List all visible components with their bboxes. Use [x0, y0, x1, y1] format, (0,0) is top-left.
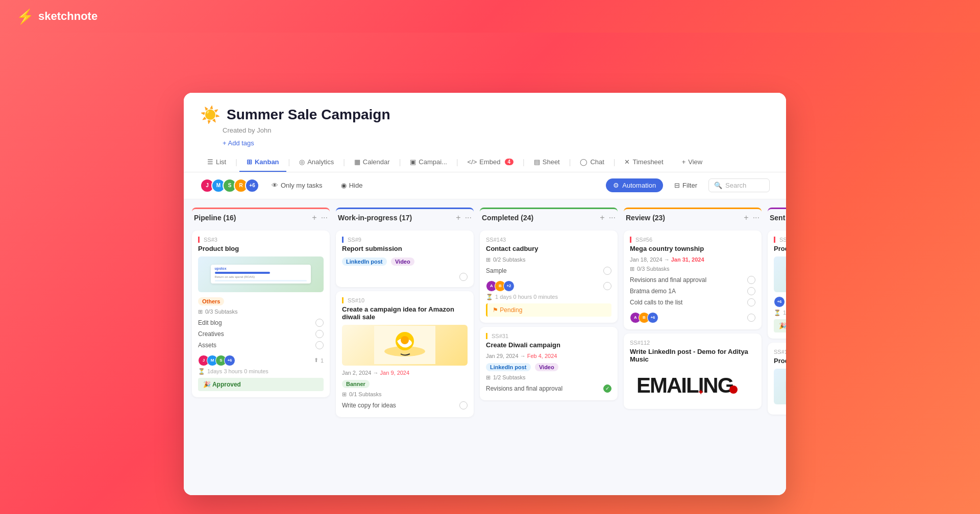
- tab-view[interactable]: + View: [675, 153, 710, 172]
- wip-add-button[interactable]: +: [456, 213, 460, 222]
- filter-button[interactable]: ⊟ Filter: [669, 178, 702, 192]
- task-sample: Sample: [486, 265, 611, 276]
- sep2: |: [286, 158, 292, 166]
- card-ss31[interactable]: SS#31 Create Diwali campaign Jan 29, 202…: [480, 327, 618, 400]
- column-review-header: Review (23) + ···: [624, 209, 762, 226]
- card-title-ss112: Write LinkedIn post - Demo for Aditya Mu…: [630, 348, 755, 363]
- column-pipeline-title: Pipeline (16): [194, 214, 236, 222]
- sep7: |: [567, 158, 573, 166]
- card-ss10[interactable]: SS#10 Create a campaign idea for Amazon …: [336, 291, 474, 417]
- checkbox-edit-blog[interactable]: [315, 319, 324, 327]
- sep6: |: [521, 158, 527, 166]
- tab-timesheet[interactable]: ✕ Timesheet: [617, 153, 670, 172]
- sep4: |: [397, 158, 403, 166]
- status-pending-ss143: ⚑ Pending: [486, 303, 611, 317]
- search-bar[interactable]: 🔍 Search: [708, 178, 770, 192]
- kanban-board: Pipeline (16) + ··· SS#3 Product blog up…: [184, 199, 786, 495]
- search-placeholder: Search: [725, 182, 746, 189]
- sep8: |: [611, 158, 618, 166]
- tab-kanban[interactable]: ⊞ Kanban: [239, 153, 286, 172]
- avatar-s1: +6: [774, 296, 785, 307]
- card-ss9[interactable]: SS#9 Report submission LinkedIn post Vid…: [336, 230, 474, 287]
- tab-chat[interactable]: ◯ Chat: [573, 153, 611, 172]
- card-ss143[interactable]: SS#143 Contact cadbury ⊞0/2 Subtasks Sam…: [480, 230, 618, 323]
- date-range-ss56: Jan 18, 2024 → Jan 31, 2024: [630, 256, 755, 263]
- tag-banner-ss10: Banner: [342, 380, 370, 388]
- card-image-ss195: upstox: [774, 369, 786, 404]
- tab-campaign[interactable]: ▣ Campai...: [403, 153, 454, 172]
- timesheet-icon: ✕: [624, 158, 630, 166]
- card-ss3[interactable]: SS#3 Product blog upstox Return on ads s…: [192, 230, 330, 397]
- card-title-ss10: Create a campaign idea for Amazon diwali…: [342, 305, 468, 321]
- card-title-ss195: Product blog: [774, 357, 786, 365]
- project-title-row: ☀️ Summer Sale Campaign: [200, 105, 770, 124]
- checkbox-revisions-ss31[interactable]: ✓: [603, 384, 611, 393]
- wip-actions: + ···: [456, 213, 472, 222]
- checkbox-ss9[interactable]: [459, 273, 468, 281]
- amazon-illustration: [342, 325, 468, 366]
- wip-more-button[interactable]: ···: [465, 213, 472, 222]
- tab-embed[interactable]: </> Embed 4: [460, 153, 521, 172]
- card-avatars-ss3: J M S +6: [198, 355, 235, 366]
- task-revisions-ss56: Revisions and final approval: [630, 274, 755, 286]
- status-approved-ss3: 🎉 Approved: [198, 378, 324, 391]
- tab-list[interactable]: ☰ List: [200, 153, 233, 172]
- emailing-image-ss112: EMAILING ✦: [630, 367, 755, 403]
- tab-analytics[interactable]: ◎ Analytics: [292, 153, 341, 172]
- checkbox-cold-calls[interactable]: [747, 298, 755, 306]
- task-revisions-ss31: Revisions and final approval ✓: [486, 383, 611, 394]
- task-creatives: Creatives: [198, 328, 324, 340]
- svg-text:✦: ✦: [698, 388, 704, 396]
- review-more-button[interactable]: ···: [753, 213, 760, 222]
- hide-icon: ◉: [341, 182, 347, 189]
- checkbox-bratma[interactable]: [747, 287, 755, 295]
- card-ss56[interactable]: SS#56 Mega country township Jan 18, 2024…: [624, 230, 762, 329]
- column-review: Review (23) + ··· SS#56 Mega country tow…: [624, 208, 762, 487]
- card-ss188[interactable]: SS#188 Product blog upstox Return on ads…: [768, 230, 786, 339]
- pipeline-add-button[interactable]: +: [312, 213, 316, 222]
- embed-badge: 4: [505, 159, 514, 165]
- checkbox-footer-ss56[interactable]: [747, 314, 755, 322]
- checkbox-write-copy[interactable]: [459, 401, 468, 409]
- card-id-ss10: SS#10: [342, 297, 468, 303]
- card-id-ss195: SS#195: [774, 349, 786, 355]
- checkbox-ss143[interactable]: [603, 282, 611, 290]
- tab-chat-label: Chat: [590, 158, 604, 166]
- avatar-r3: +6: [647, 312, 658, 323]
- app-header: ⚡ sketchnote: [0, 0, 980, 33]
- calendar-icon: ▦: [354, 158, 360, 166]
- pipeline-more-button[interactable]: ···: [321, 213, 328, 222]
- card-title-ss9: Report submission: [342, 245, 468, 252]
- filter-label: Filter: [682, 182, 697, 189]
- avatar-count: +6: [245, 178, 259, 193]
- hide-button[interactable]: ◉ Hide: [335, 178, 369, 192]
- column-pipeline: Pipeline (16) + ··· SS#3 Product blog up…: [192, 208, 330, 487]
- completed-add-button[interactable]: +: [600, 213, 604, 222]
- column-sent-header: Sent to clien... + ···: [768, 209, 786, 226]
- tab-calendar[interactable]: ▦ Calendar: [347, 153, 397, 172]
- logo-icon: ⚡: [16, 8, 34, 25]
- eye-icon: 👁: [272, 182, 278, 189]
- add-tags-link[interactable]: + Add tags: [223, 139, 254, 147]
- card-ss112[interactable]: SS#112 Write LinkedIn post - Demo for Ad…: [624, 333, 762, 409]
- tab-sheet[interactable]: ▤ Sheet: [527, 153, 567, 172]
- checkbox-revisions-ss56[interactable]: [747, 276, 755, 284]
- review-add-button[interactable]: +: [744, 213, 748, 222]
- subtasks-ss143: ⊞0/2 Subtasks: [486, 256, 611, 263]
- card-ss195[interactable]: SS#195 Product blog upstox: [768, 343, 786, 415]
- only-my-tasks-label: Only my tasks: [281, 182, 323, 189]
- main-container: ☀️ Summer Sale Campaign Created by John …: [184, 93, 786, 495]
- subtasks-ss31: ⊞1/2 Subtasks: [486, 374, 611, 381]
- card-image-ss188: upstox Return on ads spend: [774, 256, 786, 292]
- card-id-ss3: SS#3: [198, 237, 324, 243]
- sep3: |: [341, 158, 347, 166]
- completed-more-button[interactable]: ···: [609, 213, 616, 222]
- list-icon: ☰: [207, 158, 213, 166]
- checkbox-assets[interactable]: [315, 341, 324, 349]
- automation-button[interactable]: ⚙ Automation: [606, 178, 663, 192]
- card-title-ss188: Product blog: [774, 245, 786, 252]
- checkbox-sample[interactable]: [603, 267, 611, 275]
- column-sent-title: Sent to clien...: [770, 214, 786, 222]
- only-my-tasks-button[interactable]: 👁 Only my tasks: [265, 178, 329, 192]
- checkbox-creatives[interactable]: [315, 330, 324, 338]
